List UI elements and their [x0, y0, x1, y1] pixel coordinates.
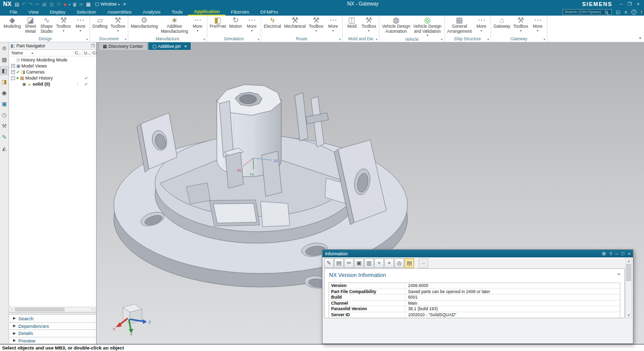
visual-reports-icon[interactable]: ✎ — [1, 133, 9, 141]
paste-button[interactable]: ▥ — [364, 258, 374, 268]
modeling-button[interactable]: ◆Modeling — [3, 16, 22, 29]
expand-toggle[interactable]: − — [11, 76, 15, 80]
copy-icon[interactable]: ▣ — [42, 2, 46, 7]
assembly-navigator-icon[interactable]: ▩ — [1, 56, 9, 63]
delete-button[interactable]: × — [374, 258, 384, 268]
scroll-up-icon[interactable]: ∧ — [627, 258, 630, 264]
gear-icon[interactable]: ⚙ — [602, 251, 606, 256]
information-title-bar[interactable]: Information ⚙?–□× — [323, 250, 633, 257]
knowledge-fusion-icon[interactable]: ◭ — [1, 145, 9, 152]
record-icon[interactable]: ■ — [63, 2, 66, 7]
part-navigator-icon[interactable]: ◧ — [1, 67, 9, 75]
toolbox-button[interactable]: ⚒Toolbox▾ — [360, 16, 377, 32]
view-triad[interactable]: Z Y X — [112, 300, 152, 336]
tree-row-model-views[interactable]: +▣Model Views — [9, 63, 96, 69]
additive-manufacturing-button[interactable]: ∗Additive Manufacturing — [160, 16, 189, 34]
customize-qat-icon[interactable]: ≡ — [123, 2, 126, 7]
tree-row-cameras[interactable]: +✔◨Cameras — [9, 69, 96, 75]
help-icon[interactable]: ? — [631, 10, 636, 15]
menu-tools[interactable]: Tools — [166, 8, 188, 16]
group-options-arrow[interactable]: ▾ — [488, 37, 489, 41]
collapse-button[interactable]: – — [419, 258, 428, 268]
list-toggle-button[interactable]: ▤ — [405, 258, 414, 268]
close-tab-icon[interactable]: × — [184, 44, 187, 49]
menu-file[interactable]: File — [4, 8, 23, 16]
manufacturing-button[interactable]: ⚙Manufacturing — [130, 16, 159, 29]
minimize-ribbon-icon[interactable]: ∧ — [624, 10, 627, 15]
cut-icon[interactable]: ✂ — [35, 2, 39, 7]
copy-button[interactable]: ▣ — [354, 258, 364, 268]
section-preview[interactable]: ▶Preview — [9, 337, 96, 344]
command-search[interactable] — [562, 9, 612, 15]
minimize-icon[interactable]: – — [617, 2, 625, 7]
tab-discovery-center[interactable]: ▦Discovery Center — [99, 42, 147, 50]
info-content[interactable]: NX Version Information − Version2406.600… — [324, 268, 625, 318]
restore-icon[interactable]: ❐ — [626, 2, 633, 7]
group-options-arrow[interactable]: ▾ — [87, 37, 88, 41]
electrical-button[interactable]: ϟElectrical — [263, 16, 282, 29]
ribbon-options-arrow[interactable]: ▾ — [639, 36, 641, 40]
menu-display[interactable]: Display — [44, 8, 71, 16]
save-icon[interactable]: ▤ — [15, 2, 19, 7]
group-options-arrow[interactable]: ▾ — [125, 37, 126, 41]
menu-application[interactable]: Application — [188, 8, 225, 16]
section-details[interactable]: ▶Details — [9, 329, 96, 337]
redo-icon[interactable]: ↷ — [29, 2, 33, 7]
column-c[interactable]: C... — [73, 50, 82, 56]
more-button[interactable]: ⋯More▾ — [190, 16, 205, 32]
maximize-icon[interactable]: □ — [621, 251, 624, 256]
vehicle-design-and-validation-button[interactable]: ◎Vehicle Design and Validation▾ — [412, 16, 442, 37]
roles-icon[interactable]: ⚙ — [1, 45, 9, 52]
scroll-left-icon[interactable]: ‹ — [10, 308, 15, 311]
menu-view[interactable]: View — [23, 8, 44, 16]
toolbox-button[interactable]: ⚒Toolbox▾ — [55, 16, 72, 32]
group-options-arrow[interactable]: ▾ — [544, 37, 545, 41]
more-button[interactable]: ⋯More▾ — [244, 16, 259, 32]
tree-column-header[interactable]: Name ▲ C... U... Co — [9, 50, 96, 56]
window-switch-icon[interactable]: ▦ — [86, 2, 91, 7]
group-options-arrow[interactable]: ▾ — [441, 37, 443, 41]
more-button[interactable]: ⋯More▾ — [73, 16, 88, 32]
menu-analysis[interactable]: Analysis — [137, 8, 166, 16]
help-icon[interactable]: ? — [609, 251, 612, 256]
shape-studio-button[interactable]: ∿Shape Studio — [39, 16, 54, 34]
more-button[interactable]: ⋯More▾ — [530, 16, 545, 32]
history-icon[interactable]: ◷ — [1, 111, 9, 119]
close-icon[interactable]: × — [634, 2, 642, 7]
hd3d-tools-icon[interactable]: ◉ — [1, 89, 9, 97]
tree-row-model-history[interactable]: −●▩Model History✔ — [9, 75, 96, 81]
more-button[interactable]: ⋯More▾ — [474, 16, 489, 32]
tab-additive-prt[interactable]: ▢Additive.prt× — [148, 42, 191, 50]
scrollbar-thumb[interactable] — [626, 264, 631, 281]
undo-icon[interactable]: ↶ — [22, 2, 26, 7]
pre-post-button[interactable]: ◧Pre/Post — [209, 16, 227, 29]
scroll-down-icon[interactable]: ∨ — [627, 312, 630, 318]
expand-toggle[interactable]: + — [11, 64, 15, 68]
toolbox-button[interactable]: ⚒Toolbox▾ — [308, 16, 325, 32]
search-input[interactable] — [565, 10, 605, 14]
horizontal-scrollbar[interactable]: ‹ › — [10, 307, 96, 312]
column-u[interactable]: U... — [83, 50, 91, 56]
scrollbar-thumb[interactable] — [15, 308, 64, 311]
general-arrangement-button[interactable]: ▦General Arrangement — [446, 16, 473, 34]
toolbox-button[interactable]: ⚒Toolbox▾ — [512, 16, 529, 32]
column-name[interactable]: Name — [9, 50, 23, 55]
print-button[interactable]: ▤ — [334, 258, 344, 268]
menu-dfmpro[interactable]: DFMPro — [255, 8, 283, 16]
paste-icon[interactable]: ▥ — [49, 2, 54, 7]
microphone-icon[interactable]: ψ — [73, 2, 76, 7]
vehicle-design-automation-button[interactable]: ◍Vehicle Design Automation — [381, 16, 411, 34]
touch-mode-icon[interactable]: ☞ — [79, 2, 84, 7]
tree-row-history-modeling-mode[interactable]: ◷History Modeling Mode — [9, 57, 96, 63]
information-window[interactable]: Information ⚙?–□× ✎▤✂▣▥×⌖◎▤– NX Version … — [322, 249, 633, 344]
group-options-arrow[interactable]: ▾ — [376, 37, 377, 41]
sheet-metal-button[interactable]: ◪Sheet Metal — [23, 16, 38, 34]
tree-row-solid-0[interactable]: ◉▲solid (0)⋮✔ — [9, 81, 96, 87]
select-button[interactable]: ⌖ — [384, 258, 394, 268]
scroll-right-icon[interactable]: › — [91, 308, 95, 311]
cut-button[interactable]: ✂ — [344, 258, 354, 268]
window-menu[interactable]: ▢ Window ▾ ≡ — [95, 2, 126, 7]
section-dependencies[interactable]: ▶Dependencies — [9, 322, 96, 330]
web-browser-icon[interactable]: ▣ — [1, 100, 9, 108]
motion-button[interactable]: ↻Motion — [228, 16, 243, 29]
